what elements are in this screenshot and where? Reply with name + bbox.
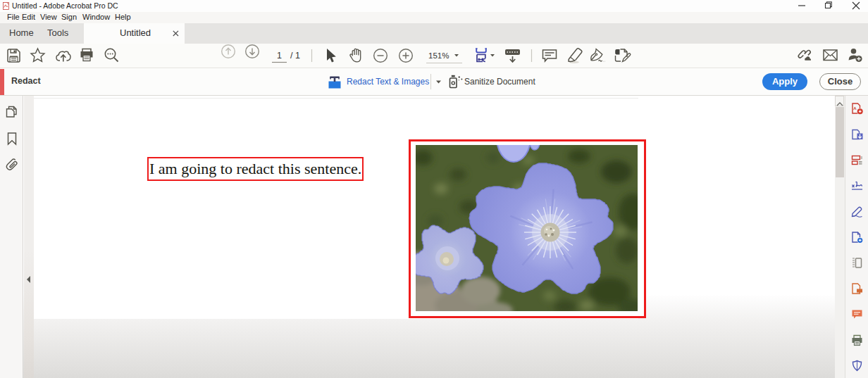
- svg-text:A: A: [853, 106, 857, 111]
- svg-text:151%: 151%: [428, 51, 449, 60]
- svg-text:/ 1: / 1: [290, 51, 300, 61]
- svg-text:1: 1: [277, 51, 282, 61]
